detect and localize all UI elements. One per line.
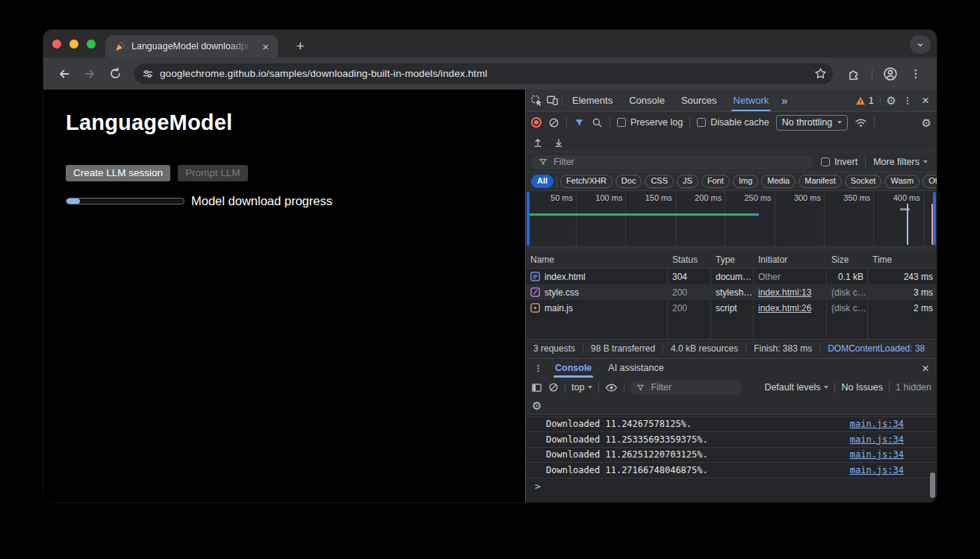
zoom-window-button[interactable] — [87, 40, 96, 49]
preserve-log-checkbox[interactable]: Preserve log — [617, 117, 683, 128]
chip-socket[interactable]: Socket — [845, 175, 882, 189]
network-settings-gear-icon[interactable]: ⚙ — [922, 117, 931, 128]
column-header-initiator[interactable]: Initiator — [754, 254, 827, 265]
extensions-icon[interactable] — [843, 63, 864, 84]
throttling-select[interactable]: No throttling — [776, 115, 848, 131]
request-type: script — [711, 303, 754, 313]
disable-cache-checkbox[interactable]: Disable cache — [697, 117, 769, 128]
browser-tab[interactable]: LanguageModel downloadpro × — [105, 35, 278, 57]
bookmark-star-icon[interactable] — [814, 67, 827, 80]
devtools-menu-kebab-icon[interactable] — [902, 96, 913, 106]
message-source-link[interactable]: main.js:34 — [850, 434, 904, 445]
chip-other[interactable]: Other — [922, 175, 937, 189]
reload-button[interactable] — [105, 63, 125, 84]
message-source-link[interactable]: main.js:34 — [850, 465, 904, 475]
chip-css[interactable]: CSS — [645, 175, 674, 189]
import-har-icon[interactable] — [533, 137, 543, 148]
column-header-type[interactable]: Type — [711, 254, 754, 265]
chip-doc[interactable]: Doc — [615, 175, 642, 189]
network-filter-input[interactable] — [552, 156, 807, 168]
more-filters-dropdown[interactable]: More filters — [873, 157, 931, 167]
site-settings-icon[interactable] — [142, 68, 154, 80]
no-issues-label[interactable]: No Issues — [841, 382, 883, 393]
close-window-button[interactable] — [52, 40, 61, 49]
chip-js[interactable]: JS — [677, 175, 698, 189]
tab-network[interactable]: Network — [727, 90, 776, 111]
search-icon[interactable] — [592, 117, 603, 128]
console-message[interactable]: Downloaded 11.27166748046875%. main.js:3… — [526, 463, 937, 478]
network-summary-bar: 3 requests 98 B transferred 4.0 kB resou… — [526, 339, 937, 358]
tab-console[interactable]: Console — [622, 90, 672, 111]
console-message[interactable]: Downloaded 11.24267578125%. main.js:34 — [526, 417, 937, 433]
filter-funnel-icon[interactable] — [574, 117, 585, 128]
column-header-size[interactable]: Size — [827, 254, 868, 265]
chip-manifest[interactable]: Manifest — [798, 175, 842, 189]
drawer-tab-console[interactable]: Console — [548, 359, 599, 378]
record-network-log-button[interactable] — [531, 117, 542, 128]
window-content: LanguageModel Create LLM session Prompt … — [43, 90, 937, 502]
omnibox[interactable]: googlechrome.github.io/samples/downloadi… — [134, 63, 833, 84]
column-header-status[interactable]: Status — [668, 254, 711, 265]
browser-menu-kebab-icon[interactable] — [905, 63, 926, 84]
network-overview-timeline[interactable]: 50 ms 100 ms 150 ms 200 ms 250 ms 300 ms… — [526, 191, 937, 251]
console-sidebar-toggle-icon[interactable] — [531, 382, 542, 393]
column-header-name[interactable]: Name — [526, 254, 668, 265]
table-row[interactable]: main.js 200 script index.html:26 (disk c… — [526, 300, 937, 316]
console-filter-input[interactable] — [649, 381, 736, 393]
chip-img[interactable]: Img — [733, 175, 758, 189]
prompt-llm-button[interactable]: Prompt LLM — [178, 165, 248, 181]
console-message[interactable]: Downloaded 11.26251220703125%. main.js:3… — [526, 448, 937, 463]
profile-avatar-icon[interactable] — [880, 63, 901, 84]
table-row[interactable]: index.html 304 docum… Other 0.1 kB 243 m… — [526, 269, 937, 284]
tab-elements[interactable]: Elements — [565, 90, 619, 111]
request-initiator-link[interactable]: index.html:26 — [758, 303, 811, 313]
overview-right-handle[interactable] — [933, 192, 936, 246]
console-settings-gear-icon[interactable]: ⚙ — [532, 400, 542, 411]
message-source-link[interactable]: main.js:34 — [850, 449, 904, 460]
console-context-selector[interactable]: top — [571, 382, 592, 393]
column-header-time[interactable]: Time — [868, 254, 937, 265]
message-source-link[interactable]: main.js:34 — [850, 419, 904, 429]
forward-button[interactable] — [79, 63, 100, 84]
live-expression-eye-icon[interactable] — [605, 382, 618, 393]
table-row[interactable]: style.css 200 stylesh… index.html:13 (di… — [526, 284, 937, 300]
log-levels-dropdown[interactable]: Default levels — [764, 382, 828, 393]
back-button[interactable] — [54, 63, 75, 84]
devtools-divider — [874, 117, 875, 128]
create-llm-session-button[interactable]: Create LLM session — [66, 165, 170, 181]
request-status: 200 — [668, 303, 711, 313]
console-settings-row: ⚙ — [526, 398, 937, 415]
overview-left-handle[interactable] — [527, 192, 530, 246]
clear-console-icon[interactable] — [548, 382, 559, 393]
chip-media[interactable]: Media — [761, 175, 796, 189]
tab-search-button[interactable] — [910, 35, 931, 54]
device-toolbar-icon[interactable] — [546, 94, 559, 107]
chip-wasm[interactable]: Wasm — [884, 175, 919, 189]
devtools-close-icon[interactable]: × — [919, 94, 932, 107]
new-tab-button[interactable]: + — [290, 36, 311, 57]
timeline-tick: 400 ms — [874, 191, 923, 251]
tab-sources[interactable]: Sources — [674, 90, 724, 111]
drawer-tab-ai-assistance[interactable]: AI assistance — [601, 359, 671, 378]
network-conditions-wifi-icon[interactable] — [855, 117, 867, 128]
devtools-settings-gear-icon[interactable]: ⚙ — [887, 95, 896, 106]
issues-warning-badge[interactable]: 1 — [855, 96, 874, 106]
export-har-icon[interactable] — [553, 137, 564, 148]
request-initiator-link[interactable]: index.html:13 — [758, 287, 811, 298]
drawer-menu-kebab-icon[interactable] — [530, 363, 546, 373]
chip-font[interactable]: Font — [701, 175, 730, 189]
hidden-messages-count[interactable]: 1 hidden — [896, 382, 931, 393]
inspect-element-icon[interactable] — [530, 94, 543, 107]
drawer-close-icon[interactable]: × — [919, 362, 932, 375]
clear-network-log-icon[interactable] — [548, 117, 559, 128]
tab-close-icon[interactable]: × — [261, 41, 270, 52]
minimize-window-button[interactable] — [69, 40, 78, 49]
console-message[interactable]: Downloaded 11.25335693359375%. main.js:3… — [526, 432, 937, 448]
console-prompt[interactable]: > — [526, 478, 937, 495]
resource-type-chips: All Fetch/XHR Doc CSS JS Font Img Media … — [526, 172, 937, 191]
chip-all[interactable]: All — [531, 175, 553, 189]
chip-fetch-xhr[interactable]: Fetch/XHR — [560, 175, 612, 189]
invert-checkbox[interactable]: Invert — [821, 157, 858, 167]
scrollbar-thumb[interactable] — [930, 472, 935, 498]
more-panels-icon[interactable]: » — [778, 94, 790, 107]
